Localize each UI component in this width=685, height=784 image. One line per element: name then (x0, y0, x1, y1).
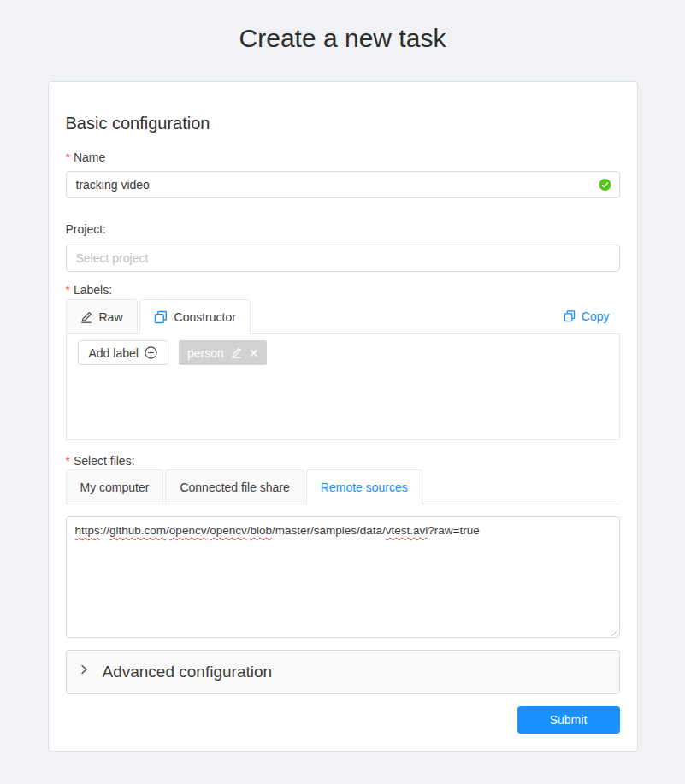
submit-row: Submit (66, 706, 620, 734)
tab-connected-file-share-label: Connected file share (180, 480, 289, 494)
remote-urls-textarea[interactable]: https://github.com/opencv/opencv/blob/ma… (66, 516, 620, 638)
required-mark: * (66, 150, 70, 164)
tab-my-computer-label: My computer (80, 480, 150, 494)
name-label-text: Name (74, 150, 105, 164)
submit-button[interactable]: Submit (517, 706, 620, 734)
labels-tabbar: Raw Constructor Copy (66, 299, 620, 333)
basic-configuration-heading: Basic configuration (66, 111, 620, 135)
tab-constructor[interactable]: Constructor (139, 299, 251, 334)
project-field-label: Project: (66, 221, 620, 238)
tab-my-computer[interactable]: My computer (66, 469, 164, 504)
task-form-card: Basic configuration *Name Project: *Labe… (48, 81, 638, 752)
block-icon (154, 310, 168, 324)
labels-tabbar-extra: Copy (564, 299, 620, 333)
copy-button[interactable]: Copy (564, 309, 610, 323)
add-label-button-label: Add label (89, 346, 139, 360)
check-circle-icon (599, 179, 611, 192)
label-tag-name: person (187, 346, 224, 360)
name-input[interactable] (66, 171, 620, 198)
labels-field-label: *Labels: (66, 282, 620, 298)
files-tabbar: My computer Connected file share Remote … (66, 469, 620, 504)
advanced-configuration-header[interactable]: Advanced configuration (66, 650, 620, 694)
tab-remote-sources[interactable]: Remote sources (306, 469, 422, 504)
textarea-resize-handle[interactable] (608, 626, 618, 636)
files-field-label: *Select files: (66, 454, 620, 468)
tab-constructor-label: Constructor (174, 310, 236, 324)
remote-url-text: https://github.com/opencv/opencv/blob/ma… (75, 522, 611, 539)
plus-circle-icon (145, 346, 157, 359)
project-label-text: Project: (66, 222, 106, 236)
create-task-page: Create a new task Basic configuration *N… (0, 22, 685, 784)
chevron-right-icon (80, 664, 89, 675)
name-input-wrap (66, 171, 620, 198)
copy-icon (564, 310, 576, 322)
copy-button-label: Copy (582, 309, 610, 323)
close-icon[interactable]: ✕ (249, 347, 259, 359)
page-title: Create a new task (0, 22, 685, 55)
required-mark: * (66, 454, 70, 468)
labels-label-text: Labels: (74, 283, 112, 297)
files-label-text: Select files: (74, 454, 135, 468)
tab-raw[interactable]: Raw (66, 299, 138, 334)
project-select[interactable] (66, 245, 620, 272)
required-mark: * (66, 283, 70, 297)
add-label-button[interactable]: Add label (78, 340, 168, 365)
tab-raw-label: Raw (99, 310, 123, 324)
label-tag-person[interactable]: person ✕ (179, 340, 268, 365)
tab-remote-sources-label: Remote sources (321, 480, 408, 494)
edit-icon[interactable] (231, 347, 242, 358)
tab-connected-file-share[interactable]: Connected file share (165, 469, 304, 504)
name-field-label: *Name (66, 149, 620, 166)
project-select-wrap (66, 245, 620, 272)
edit-icon (80, 311, 92, 323)
labels-panel: Add label person ✕ (66, 333, 620, 440)
advanced-configuration-label: Advanced configuration (103, 663, 273, 681)
